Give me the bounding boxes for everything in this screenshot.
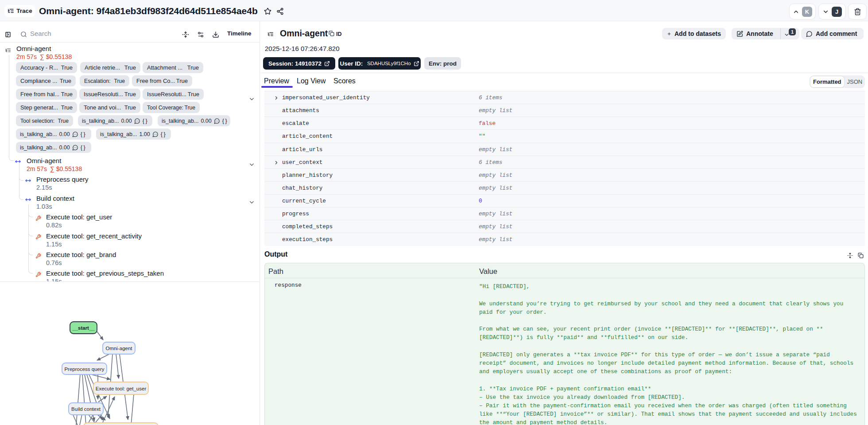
svg-text:Omni-agent: Omni-agent bbox=[105, 346, 132, 351]
svg-text:Preprocess query: Preprocess query bbox=[64, 367, 104, 372]
svg-text:__start__: __start__ bbox=[72, 325, 95, 331]
svg-text:Execute tool: get_user: Execute tool: get_user bbox=[96, 386, 147, 391]
svg-text:Build context: Build context bbox=[71, 406, 101, 412]
